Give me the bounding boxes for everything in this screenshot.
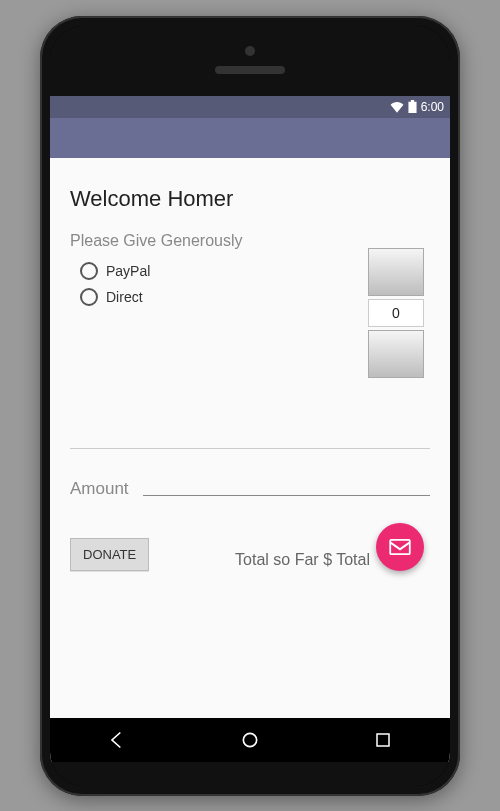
status-time: 6:00	[421, 100, 444, 114]
battery-icon	[408, 100, 417, 113]
total-text: Total so Far $ Total	[235, 551, 370, 569]
mail-icon	[389, 539, 411, 555]
speaker-slot	[215, 66, 285, 74]
radio-icon	[80, 288, 98, 306]
amount-row: Amount	[70, 479, 430, 499]
device-frame: 6:00 Welcome Homer Please Give Generousl…	[40, 16, 460, 796]
donate-button[interactable]: DONATE	[70, 538, 149, 571]
content-area: Welcome Homer Please Give Generously Pay…	[50, 158, 450, 718]
bezel-bottom	[50, 762, 450, 786]
nav-back-button[interactable]	[87, 730, 147, 750]
svg-point-0	[243, 733, 256, 746]
bottom-row: DONATE Total so Far $ Total	[70, 517, 430, 571]
screen: 6:00 Welcome Homer Please Give Generousl…	[50, 96, 450, 762]
nav-home-button[interactable]	[220, 730, 280, 750]
picker-up-button[interactable]	[368, 248, 424, 296]
status-bar: 6:00	[50, 96, 450, 118]
svg-rect-1	[377, 734, 389, 746]
radio-label: PayPal	[106, 263, 150, 279]
radio-direct[interactable]: Direct	[70, 284, 366, 310]
divider	[70, 448, 430, 449]
total-prefix: Total so Far $	[235, 551, 336, 568]
total-value: Total	[336, 551, 370, 568]
section-label: Please Give Generously	[70, 232, 366, 250]
payment-options: Please Give Generously PayPal Direct	[70, 232, 366, 310]
picker-value[interactable]: 0	[368, 299, 424, 327]
nav-bar	[50, 718, 450, 762]
device-inner: 6:00 Welcome Homer Please Give Generousl…	[50, 26, 450, 786]
radio-paypal[interactable]: PayPal	[70, 258, 366, 284]
amount-label: Amount	[70, 479, 129, 499]
radio-icon	[80, 262, 98, 280]
fab-mail-button[interactable]	[376, 523, 424, 571]
picker-down-button[interactable]	[368, 330, 424, 378]
wifi-icon	[390, 101, 404, 113]
number-picker: 0	[366, 248, 426, 378]
nav-recent-button[interactable]	[353, 731, 413, 749]
bezel-top	[50, 26, 450, 96]
radio-label: Direct	[106, 289, 143, 305]
app-bar	[50, 118, 450, 158]
camera-dot	[245, 46, 255, 56]
page-title: Welcome Homer	[70, 186, 430, 212]
give-section: Please Give Generously PayPal Direct 0	[70, 232, 430, 378]
amount-input[interactable]	[143, 495, 430, 496]
